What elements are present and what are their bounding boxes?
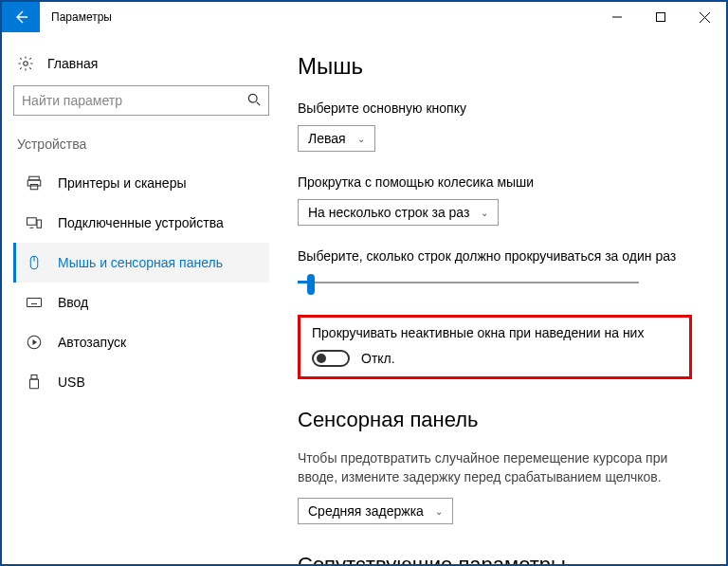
home-link[interactable]: Главная [13, 49, 269, 85]
svg-rect-11 [37, 220, 42, 228]
lines-slider[interactable] [298, 273, 639, 292]
back-button[interactable] [2, 2, 40, 32]
svg-rect-15 [27, 299, 42, 307]
touchpad-delay-select[interactable]: Средняя задержка ⌄ [298, 498, 453, 524]
svg-rect-1 [657, 13, 665, 22]
svg-line-6 [257, 101, 261, 105]
sidebar-item-label: Мышь и сенсорная панель [58, 255, 223, 270]
svg-rect-7 [29, 176, 40, 180]
touchpad-description: Чтобы предотвратить случайное перемещени… [298, 449, 692, 486]
window-controls [595, 2, 726, 32]
inactive-scroll-toggle[interactable] [312, 350, 350, 367]
sidebar-item-connected-devices[interactable]: Подключенные устройства [13, 203, 269, 243]
sidebar-item-label: Подключенные устройства [58, 215, 224, 230]
slider-thumb[interactable] [307, 274, 315, 295]
svg-rect-9 [30, 185, 38, 190]
chevron-down-icon: ⌄ [357, 134, 365, 144]
home-label: Главная [47, 56, 98, 71]
sidebar-item-label: USB [58, 374, 85, 390]
close-button[interactable] [682, 2, 726, 32]
window-title: Параметры [40, 2, 595, 32]
primary-button-select[interactable]: Левая ⌄ [298, 125, 375, 152]
svg-rect-23 [31, 375, 37, 380]
inactive-scroll-label: Прокручивать неактивные окна при наведен… [312, 325, 678, 340]
highlight-annotation: Прокручивать неактивные окна при наведен… [298, 315, 692, 379]
svg-point-4 [24, 62, 28, 66]
gear-icon [17, 55, 34, 72]
minimize-button[interactable] [595, 2, 639, 32]
chevron-down-icon: ⌄ [481, 208, 488, 218]
sidebar-item-printers[interactable]: Принтеры и сканеры [13, 163, 269, 203]
slider-track [298, 282, 639, 283]
sidebar-item-autoplay[interactable]: Автозапуск [13, 322, 269, 362]
related-heading: Сопутствующие параметры [298, 553, 692, 564]
main-content[interactable]: Мышь Выберите основную кнопку Левая ⌄ Пр… [281, 32, 726, 564]
page-heading: Мышь [298, 53, 692, 80]
maximize-button[interactable] [639, 2, 682, 32]
svg-rect-24 [30, 379, 39, 389]
wheel-scroll-label: Прокрутка с помощью колесика мыши [298, 174, 692, 190]
autoplay-icon [26, 334, 43, 351]
svg-rect-8 [27, 180, 41, 186]
svg-point-5 [248, 94, 257, 102]
toggle-knob [317, 354, 326, 363]
lines-to-scroll-label: Выберите, сколько строк должно прокручив… [298, 248, 692, 264]
titlebar: Параметры [2, 2, 726, 32]
mouse-icon [26, 254, 43, 271]
touchpad-heading: Сенсорная панель [298, 408, 692, 432]
sidebar-item-mouse-touchpad[interactable]: Мышь и сенсорная панель [13, 243, 269, 283]
select-value: Левая [308, 131, 346, 146]
svg-marker-22 [33, 339, 38, 345]
search-input[interactable]: Найти параметр [13, 85, 269, 116]
devices-icon [26, 214, 43, 231]
sidebar-item-label: Принтеры и сканеры [58, 175, 186, 191]
keyboard-icon [26, 294, 43, 311]
toggle-state-label: Откл. [361, 351, 395, 366]
chevron-down-icon: ⌄ [435, 506, 443, 517]
category-header: Устройства [13, 137, 269, 163]
sidebar-item-label: Ввод [58, 295, 88, 310]
printer-icon [26, 174, 43, 192]
search-icon [247, 93, 261, 109]
sidebar-item-label: Автозапуск [58, 335, 126, 350]
sidebar-item-usb[interactable]: USB [13, 362, 269, 402]
search-placeholder: Найти параметр [22, 93, 247, 108]
sidebar-item-typing[interactable]: Ввод [13, 283, 269, 322]
select-value: На несколько строк за раз [308, 205, 469, 220]
usb-icon [26, 374, 43, 391]
select-value: Средняя задержка [308, 503, 424, 519]
svg-rect-10 [27, 218, 37, 226]
wheel-scroll-select[interactable]: На несколько строк за раз ⌄ [298, 199, 499, 226]
sidebar: Главная Найти параметр Устройства Принте… [2, 32, 281, 564]
primary-button-label: Выберите основную кнопку [298, 100, 692, 116]
